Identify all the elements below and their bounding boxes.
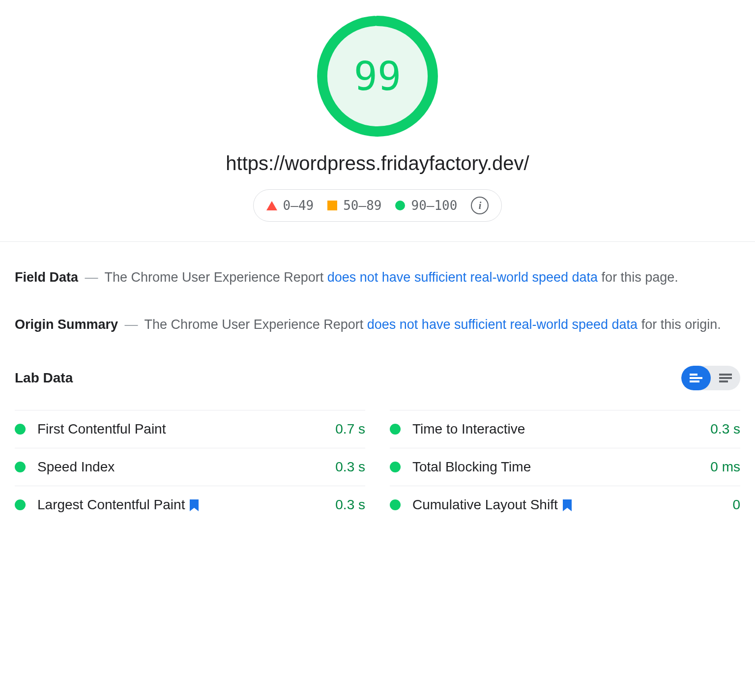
dash-separator: — — [85, 270, 98, 285]
metric-value: 0.7 s — [335, 421, 365, 437]
metric-label: Cumulative Layout Shift — [412, 497, 732, 513]
metric-label-text: Speed Index — [37, 459, 115, 475]
metric-value: 0 — [732, 497, 740, 513]
metric-status-dot — [15, 424, 26, 435]
square-icon — [327, 201, 337, 210]
metric-label-text: First Contentful Paint — [37, 421, 166, 437]
metric-status-dot — [15, 499, 26, 510]
view-toggle — [681, 366, 740, 390]
score-legend: 0–49 50–89 90–100 i — [253, 189, 502, 222]
svg-rect-6 — [719, 377, 732, 379]
metric-label: Speed Index — [37, 459, 335, 475]
field-data-paragraph: Field Data — The Chrome User Experience … — [15, 266, 740, 289]
metric-label: Time to Interactive — [412, 421, 710, 437]
metric-row[interactable]: Largest Contentful Paint0.3 s — [15, 486, 365, 524]
origin-summary-link[interactable]: does not have sufficient real-world spee… — [367, 317, 638, 332]
score-value: 99 — [354, 54, 401, 99]
legend-good-range: 90–100 — [411, 198, 457, 213]
metric-status-dot — [15, 462, 26, 472]
score-gauge: 99 — [316, 15, 439, 138]
metric-label-text: Cumulative Layout Shift — [412, 497, 558, 513]
metric-label: Largest Contentful Paint — [37, 497, 335, 513]
field-data-suffix: for this page. — [598, 270, 678, 285]
compact-view-icon — [719, 374, 732, 382]
origin-summary-label: Origin Summary — [15, 317, 118, 332]
bookmark-icon — [190, 499, 199, 511]
bookmark-icon — [563, 499, 572, 511]
metric-row[interactable]: First Contentful Paint0.7 s — [15, 410, 365, 448]
metric-label-text: Total Blocking Time — [412, 459, 531, 475]
svg-rect-4 — [690, 380, 699, 382]
svg-rect-5 — [719, 374, 732, 376]
metric-row[interactable]: Cumulative Layout Shift0 — [390, 486, 740, 524]
metric-label: First Contentful Paint — [37, 421, 335, 437]
svg-rect-2 — [690, 374, 697, 376]
metric-row[interactable]: Speed Index0.3 s — [15, 448, 365, 486]
metric-row[interactable]: Total Blocking Time0 ms — [390, 448, 740, 486]
lab-data-header: Lab Data — [15, 366, 740, 390]
metric-label-text: Largest Contentful Paint — [37, 497, 185, 513]
metric-status-dot — [390, 424, 401, 435]
triangle-icon — [266, 201, 277, 210]
field-data-label: Field Data — [15, 270, 78, 285]
view-toggle-compact[interactable] — [711, 366, 740, 390]
metrics-grid: First Contentful Paint0.7 sTime to Inter… — [15, 410, 740, 524]
svg-rect-7 — [719, 380, 728, 382]
legend-good: 90–100 — [395, 198, 457, 213]
metric-value: 0 ms — [710, 459, 740, 475]
score-section: 99 https://wordpress.fridayfactory.dev/ … — [0, 0, 755, 241]
content-section: Field Data — The Chrome User Experience … — [0, 242, 755, 538]
origin-summary-paragraph: Origin Summary — The Chrome User Experie… — [15, 314, 740, 336]
metric-status-dot — [390, 462, 401, 472]
circle-icon — [395, 201, 405, 210]
dash-separator: — — [125, 317, 138, 332]
legend-average: 50–89 — [327, 198, 381, 213]
metric-label-text: Time to Interactive — [412, 421, 525, 437]
metric-value: 0.3 s — [335, 497, 365, 513]
view-toggle-expanded[interactable] — [681, 366, 711, 390]
info-icon[interactable]: i — [471, 197, 489, 214]
metric-row[interactable]: Time to Interactive0.3 s — [390, 410, 740, 448]
metric-label: Total Blocking Time — [412, 459, 710, 475]
origin-summary-suffix: for this origin. — [638, 317, 721, 332]
metric-value: 0.3 s — [335, 459, 365, 475]
field-data-link[interactable]: does not have sufficient real-world spee… — [327, 270, 598, 285]
metric-status-dot — [390, 499, 401, 510]
legend-average-range: 50–89 — [343, 198, 381, 213]
svg-rect-3 — [690, 377, 702, 379]
metric-value: 0.3 s — [710, 421, 740, 437]
tested-url: https://wordpress.fridayfactory.dev/ — [226, 152, 529, 175]
origin-summary-prefix: The Chrome User Experience Report — [145, 317, 367, 332]
legend-poor: 0–49 — [266, 198, 314, 213]
field-data-prefix: The Chrome User Experience Report — [105, 270, 327, 285]
expanded-view-icon — [690, 374, 702, 382]
legend-poor-range: 0–49 — [283, 198, 314, 213]
lab-data-title: Lab Data — [15, 370, 73, 386]
